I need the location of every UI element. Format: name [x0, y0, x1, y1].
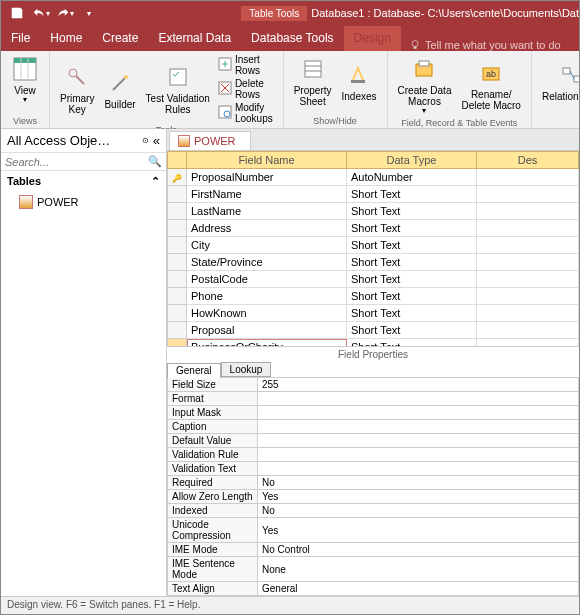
row-selector[interactable]: [168, 186, 187, 203]
field-row[interactable]: HowKnownShort Text: [168, 305, 579, 322]
property-row[interactable]: Allow Zero LengthYes: [168, 490, 579, 504]
field-row[interactable]: LastNameShort Text: [168, 203, 579, 220]
data-type-cell[interactable]: Short Text: [347, 203, 477, 220]
insert-rows-button[interactable]: Insert Rows: [216, 53, 277, 77]
data-type-column-header[interactable]: Data Type: [347, 152, 477, 169]
delete-rows-button[interactable]: Delete Rows: [216, 77, 277, 101]
collapse-group-icon[interactable]: ⌃: [151, 175, 160, 188]
field-row[interactable]: PhoneShort Text: [168, 288, 579, 305]
nav-pane-header[interactable]: All Access Obje… ⊙ «: [1, 129, 166, 153]
field-row[interactable]: State/ProvinceShort Text: [168, 254, 579, 271]
property-row[interactable]: Field Size255: [168, 378, 579, 392]
field-name-cell[interactable]: HowKnown: [187, 305, 347, 322]
field-name-cell[interactable]: BusinessOrCharity: [187, 339, 347, 347]
data-type-cell[interactable]: Short Text: [347, 220, 477, 237]
row-selector[interactable]: [168, 169, 187, 186]
property-row[interactable]: Default Value: [168, 434, 579, 448]
field-name-cell[interactable]: ProposalNumber: [187, 169, 347, 186]
property-value[interactable]: Yes: [258, 518, 579, 543]
property-row[interactable]: RequiredNo: [168, 476, 579, 490]
description-cell[interactable]: [477, 203, 579, 220]
selector-column-header[interactable]: [168, 152, 187, 169]
property-row[interactable]: Format: [168, 392, 579, 406]
tab-lookup[interactable]: Lookup: [221, 362, 272, 377]
undo-button[interactable]: ▾: [29, 1, 53, 25]
data-type-cell[interactable]: Short Text: [347, 322, 477, 339]
row-selector[interactable]: [168, 203, 187, 220]
field-name-cell[interactable]: LastName: [187, 203, 347, 220]
tab-file[interactable]: File: [1, 26, 40, 51]
create-data-macros-button[interactable]: Create Data Macros▾: [394, 53, 456, 118]
relationships-button[interactable]: Relationships: [538, 53, 580, 109]
field-name-cell[interactable]: Address: [187, 220, 347, 237]
property-value[interactable]: Yes: [258, 490, 579, 504]
tell-me-box[interactable]: Tell me what you want to do: [401, 39, 569, 51]
description-cell[interactable]: [477, 237, 579, 254]
tab-general[interactable]: General: [167, 363, 221, 378]
tab-design[interactable]: Design: [344, 26, 401, 51]
property-value[interactable]: [258, 392, 579, 406]
property-sheet-button[interactable]: Property Sheet: [290, 53, 336, 109]
chevron-down-icon[interactable]: ⊙: [142, 136, 149, 145]
row-selector[interactable]: [168, 288, 187, 305]
description-cell[interactable]: [477, 220, 579, 237]
rename-delete-macro-button[interactable]: ab Rename/ Delete Macro: [457, 53, 524, 118]
field-row[interactable]: ProposalNumberAutoNumber: [168, 169, 579, 186]
field-row[interactable]: AddressShort Text: [168, 220, 579, 237]
field-name-cell[interactable]: FirstName: [187, 186, 347, 203]
description-cell[interactable]: [477, 305, 579, 322]
data-type-cell[interactable]: Short Text: [347, 305, 477, 322]
data-type-cell[interactable]: Short Text: [347, 254, 477, 271]
property-value[interactable]: No: [258, 476, 579, 490]
description-cell[interactable]: [477, 288, 579, 305]
property-value[interactable]: [258, 406, 579, 420]
save-button[interactable]: [5, 1, 29, 25]
qat-customize-button[interactable]: ▾: [77, 1, 101, 25]
field-name-column-header[interactable]: Field Name: [187, 152, 347, 169]
field-name-cell[interactable]: Phone: [187, 288, 347, 305]
data-type-cell[interactable]: AutoNumber: [347, 169, 477, 186]
primary-key-button[interactable]: Primary Key: [56, 53, 98, 125]
data-type-cell[interactable]: Short Text: [347, 271, 477, 288]
property-row[interactable]: Validation Rule: [168, 448, 579, 462]
field-row[interactable]: PostalCodeShort Text: [168, 271, 579, 288]
row-selector[interactable]: [168, 339, 187, 347]
search-input[interactable]: [5, 155, 148, 168]
property-row[interactable]: IME ModeNo Control: [168, 543, 579, 557]
property-value[interactable]: [258, 434, 579, 448]
nav-group-tables[interactable]: Tables ⌃: [1, 171, 166, 192]
nav-search-box[interactable]: 🔍: [1, 153, 166, 171]
description-column-header[interactable]: Des: [477, 152, 579, 169]
field-row[interactable]: FirstNameShort Text: [168, 186, 579, 203]
redo-button[interactable]: ▾: [53, 1, 77, 25]
row-selector[interactable]: [168, 220, 187, 237]
field-row[interactable]: CityShort Text: [168, 237, 579, 254]
property-value[interactable]: [258, 462, 579, 476]
description-cell[interactable]: [477, 169, 579, 186]
row-selector[interactable]: [168, 237, 187, 254]
builder-button[interactable]: Builder: [100, 53, 139, 125]
tab-home[interactable]: Home: [40, 26, 92, 51]
property-value[interactable]: General: [258, 582, 579, 596]
property-value[interactable]: None: [258, 557, 579, 582]
property-value[interactable]: [258, 448, 579, 462]
field-row[interactable]: ProposalShort Text: [168, 322, 579, 339]
tab-create[interactable]: Create: [92, 26, 148, 51]
description-cell[interactable]: [477, 271, 579, 288]
property-row[interactable]: Text AlignGeneral: [168, 582, 579, 596]
tab-database-tools[interactable]: Database Tools: [241, 26, 344, 51]
view-button[interactable]: View▾: [7, 53, 43, 107]
field-name-cell[interactable]: PostalCode: [187, 271, 347, 288]
field-row[interactable]: BusinessOrCharityShort Text: [168, 339, 579, 347]
row-selector[interactable]: [168, 254, 187, 271]
test-validation-button[interactable]: Test Validation Rules: [142, 53, 214, 125]
field-grid[interactable]: Field Name Data Type Des ProposalNumberA…: [167, 151, 579, 346]
tab-external-data[interactable]: External Data: [148, 26, 241, 51]
property-value[interactable]: 255: [258, 378, 579, 392]
row-selector[interactable]: [168, 271, 187, 288]
row-selector[interactable]: [168, 305, 187, 322]
data-type-cell[interactable]: Short Text: [347, 186, 477, 203]
nav-item[interactable]: POWER: [1, 192, 166, 212]
property-row[interactable]: Validation Text: [168, 462, 579, 476]
search-icon[interactable]: 🔍: [148, 155, 162, 168]
